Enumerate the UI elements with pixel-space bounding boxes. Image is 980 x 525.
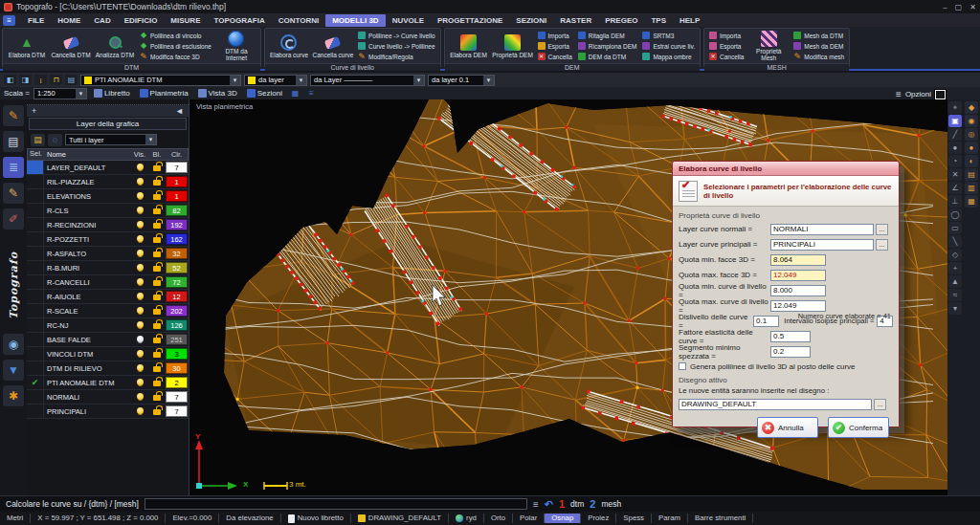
layer-row[interactable]: PRINCIPALI7 [27,405,189,419]
quota-max-curve-input[interactable]: 12.049 [770,300,826,312]
layers-panel-icon[interactable]: ≣ [3,157,24,178]
mesh-da-dtm-item[interactable]: Mesh da DTM [791,31,846,40]
layer-row[interactable]: RIL-PIAZZALE1 [27,175,189,189]
libretto-button[interactable]: Libretto [91,88,133,98]
ryd-toggle[interactable]: ryd [449,514,484,523]
menu-tps[interactable]: TPS [644,14,673,27]
menu-file[interactable]: FILE [21,14,51,27]
layer-select-cell[interactable] [27,405,44,418]
cad-tool-icon[interactable]: ⌖ [948,101,962,114]
lock-icon[interactable] [148,191,166,202]
layer-select-cell[interactable] [27,390,44,404]
lock-icon[interactable] [148,306,166,317]
cad-tool-icon[interactable]: ◐ [965,155,978,167]
collapse-panel-button[interactable]: ◄ [175,106,184,116]
quota-min-curve-input[interactable]: 8.000 [770,285,826,296]
visibility-lamp-icon[interactable] [131,264,148,273]
layer-select-cell[interactable] [27,204,44,217]
dtm-da-internet-button[interactable]: DTM da Internet [215,30,257,62]
dtm-option-number[interactable]: 1 [559,498,565,510]
layer-row[interactable]: RC-NJ126 [27,318,189,333]
visibility-lamp-icon[interactable] [131,235,148,244]
minimize-button[interactable]: – [943,3,947,11]
visibility-lamp-icon[interactable] [131,178,148,186]
layer-select-cell[interactable] [27,347,44,361]
layer-select-cell[interactable] [27,247,44,260]
dem-importa-item[interactable]: Importa [536,31,574,40]
chevron-down-icon[interactable]: ▼ [230,76,240,85]
menu-help[interactable]: HELP [673,14,706,27]
mesh-option-number[interactable]: 2 [590,498,595,510]
layer-row[interactable]: BASE FALDE251 [27,333,189,347]
chevron-down-icon[interactable]: ▼ [483,76,494,85]
browse-button[interactable]: ... [876,224,888,235]
mesh-cancella-item[interactable]: ✕Cancella [707,52,746,61]
instrument-icon[interactable]: ◉ [3,334,24,355]
visibility-lamp-icon[interactable] [131,350,148,359]
dialog-title-bar[interactable]: Elabora curve di livello [673,162,899,176]
mesh-da-dem-item[interactable]: Mesh da DEM [791,41,846,51]
visibility-lamp-icon[interactable] [131,207,148,215]
menu-nuvole[interactable]: NUVOLE [386,14,431,27]
visibility-lamp-icon[interactable] [131,192,148,201]
chevron-down-icon[interactable]: ▼ [76,89,86,98]
visibility-lamp-icon[interactable] [131,321,148,330]
proprieta-mesh-button[interactable]: Proprietà Mesh [747,30,790,62]
fattore-input[interactable]: 0.5 [770,331,811,342]
current-layer-combo[interactable]: PTI ANOMALIE DTM▼ [80,75,241,86]
layer-select-cell[interactable] [27,304,44,317]
maximize-button[interactable]: ▢ [955,3,963,11]
layer-row[interactable]: NORMALI7 [27,390,189,405]
dem-cancella-item[interactable]: ✕Cancella [536,52,574,61]
layer-row[interactable]: R-CLS82 [27,204,189,218]
layer-normali-input[interactable]: NORMALI [770,224,874,235]
lock-icon[interactable] [148,277,166,288]
layer-principali-input[interactable]: PRINCIPALI [770,239,874,251]
dem-da-dtm-item[interactable]: DEM da DTM [576,52,639,61]
layer-row[interactable]: R-RECINZIONI192 [27,218,189,232]
layer-select-cell[interactable] [27,175,44,188]
print-tool-icon[interactable]: ▤ [65,75,78,85]
elabora-dtm-button[interactable]: ▲Elabora DTM [6,30,48,62]
visibility-lamp-icon[interactable] [131,379,148,387]
elabora-dem-button[interactable]: Elabora DEM [448,30,490,62]
scala-combo[interactable]: 1:250▼ [33,88,87,99]
cad-tool-icon[interactable]: ▣ [948,115,962,127]
chevron-down-icon[interactable]: ▼ [145,135,156,144]
linetype-combo[interactable]: da Layer ————▼ [310,75,425,86]
menu-home[interactable]: HOME [51,14,87,27]
cad-tool-icon[interactable]: ▲ [948,275,962,288]
visibility-lamp-icon[interactable] [131,407,148,416]
viewport-window-icon[interactable] [935,90,946,99]
cad-tool-icon[interactable]: ╲ [948,235,962,248]
mesh-esporta-item[interactable]: Esporta [707,41,746,51]
menu-topografia[interactable]: TOPOGRAFIA [207,14,271,27]
mesh-option-label[interactable]: mesh [601,499,621,509]
nuovo-libretto-button[interactable]: Nuovo libretto [281,514,351,523]
lock-icon[interactable] [148,349,166,360]
visibility-lamp-icon[interactable] [131,164,148,172]
menu-cad[interactable]: CAD [87,14,117,27]
cad-tool-icon[interactable]: ▭ [948,222,962,234]
list-view-icon[interactable]: ≡ [305,88,318,98]
srtm3-item[interactable]: SRTM3 [640,31,697,40]
edit-hand-icon[interactable]: ✎ [3,183,24,204]
cad-tool-icon[interactable]: ∠ [948,182,962,194]
cad-tool-icon[interactable]: ● [948,142,962,154]
lock-tool-icon[interactable]: ⊓ [50,75,62,85]
layer-row[interactable]: R-AIUOLE12 [27,290,189,304]
extra-view-icon[interactable]: ▦ [289,88,301,98]
menu-modelli-3d[interactable]: MODELLI 3D [325,14,385,27]
command-history-icon[interactable]: ≡ [533,499,539,510]
annulla-button[interactable]: ✖Annulla [757,417,818,438]
drawing-input[interactable]: DRAWING_DEFAULT [679,399,872,410]
visibility-lamp-icon[interactable] [131,307,148,316]
visibility-lamp-icon[interactable] [131,250,148,258]
cad-tool-icon[interactable]: ◯ [948,208,962,221]
layer-stack-icon[interactable]: ▤ [31,134,45,146]
planimetria-button[interactable]: Planimetria [137,88,191,98]
mesh-importa-item[interactable]: Importa [707,31,746,40]
layer-row[interactable]: R-B.MURI52 [27,261,189,275]
lock-icon[interactable] [148,335,166,345]
vista-3d-button[interactable]: Vista 3D [195,88,240,98]
